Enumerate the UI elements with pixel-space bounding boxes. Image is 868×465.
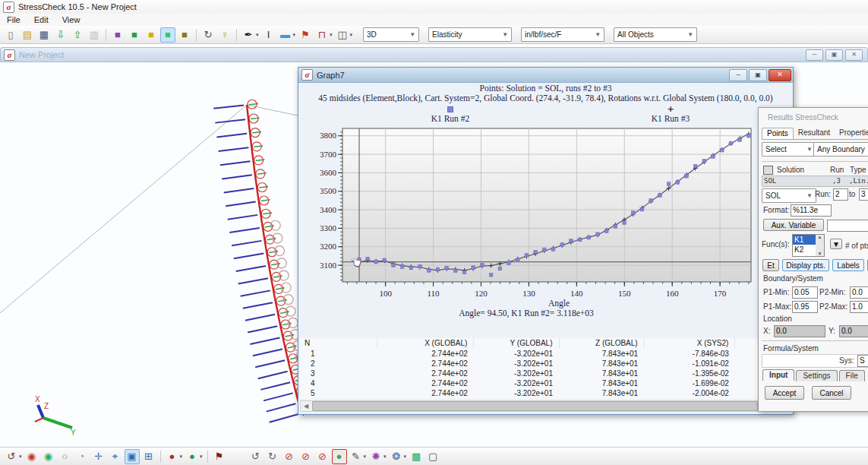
table-row[interactable]: 52.744e+02-3.202e+017.843e+01-2.004e-029…	[300, 388, 791, 398]
accept-button[interactable]: Accept	[765, 386, 804, 400]
grid-toggle-icon[interactable]: ▩	[409, 449, 424, 464]
function-list[interactable]: K1K2	[792, 234, 816, 257]
zoom-fit-icon[interactable]: ⊞	[141, 449, 156, 464]
chevron-down-icon[interactable]: ▾	[350, 32, 353, 38]
solution-combo[interactable]: SOL▼	[762, 188, 816, 203]
reference-combo[interactable]: 3D▼	[363, 27, 419, 42]
run-to-field[interactable]: 3	[859, 188, 868, 201]
chevron-down-icon[interactable]: ▾	[200, 454, 203, 460]
restore-button[interactable]: ▣	[825, 49, 843, 61]
orbit-right-icon[interactable]: ↻	[265, 449, 280, 464]
fill-color-red-icon[interactable]: ●	[165, 449, 180, 464]
chevron-down-icon[interactable]: ▾	[404, 454, 407, 460]
menu-file[interactable]: File	[0, 15, 27, 24]
table-row[interactable]: 12.744e+02-3.202e+017.843e+01-7.846e-039…	[300, 349, 791, 359]
rotate-z-icon[interactable]: ◔	[74, 449, 90, 464]
minimize-button[interactable]: ─	[806, 49, 823, 61]
flag-tool-icon[interactable]: ⚑	[298, 27, 313, 43]
location-y-field[interactable]: 0.0	[839, 325, 868, 337]
material-module-icon[interactable]: ■	[144, 27, 159, 43]
chevron-down-icon[interactable]: ▾	[383, 454, 387, 460]
zoom-window-icon[interactable]: ▣	[125, 449, 140, 464]
geometry-module-icon[interactable]: ■	[110, 27, 125, 43]
scrollbar-thumb[interactable]	[312, 401, 758, 411]
k1-vs-angle-chart[interactable]: 3100320033003400350036003700380010011012…	[298, 125, 793, 308]
open-icon[interactable]: ▤	[20, 27, 35, 43]
tab-resultant[interactable]: Resultant	[794, 128, 835, 139]
orbit-left-icon[interactable]: ↺	[248, 449, 264, 464]
close-button[interactable]: ✕	[845, 49, 863, 61]
sys-field[interactable]: S	[857, 355, 868, 367]
table-row[interactable]: 42.744e+02-3.202e+017.843e+01-1.699e-029…	[300, 378, 791, 388]
fill-color-green-icon[interactable]: ●	[185, 449, 200, 464]
camera-tool-icon[interactable]: ◫	[335, 27, 350, 43]
p2min-field[interactable]: 0.0	[850, 286, 868, 299]
replay-icon[interactable]: ↻	[200, 27, 216, 43]
p2max-field[interactable]: 1.0	[850, 301, 868, 313]
menu-edit[interactable]: Edit	[27, 15, 55, 24]
menu-view[interactable]: View	[55, 15, 87, 24]
rotate-x-icon[interactable]: ◉	[24, 449, 39, 464]
scroll-left-icon[interactable]: ◀	[301, 403, 311, 410]
chevron-down-icon[interactable]: ▾	[256, 32, 259, 38]
tab-settings[interactable]: Settings	[796, 370, 837, 381]
run-from-field[interactable]: 2	[833, 188, 848, 201]
beam-tool-icon[interactable]: I	[261, 27, 276, 43]
function-option-k1[interactable]: K1	[793, 235, 816, 245]
et-button[interactable]: Et	[762, 259, 779, 271]
table-row[interactable]: 22.744e+02-3.202e+017.843e+01-1.091e-029…	[300, 359, 791, 369]
p1max-field[interactable]: 0.95	[792, 301, 818, 313]
rotate-free-icon[interactable]: ○	[58, 449, 73, 464]
func-dropdown-button[interactable]: ▼	[830, 239, 842, 249]
print-icon[interactable]: ▥	[87, 27, 102, 43]
select-combo[interactable]: Select▼	[762, 142, 816, 157]
display-options-icon[interactable]: ✺	[368, 449, 383, 464]
clip-plane-3-icon[interactable]: ⊘	[315, 449, 330, 464]
extrude-tool-icon[interactable]: ▬	[278, 27, 293, 43]
p1min-field[interactable]: 0.05	[792, 286, 818, 299]
zoom-cursor-icon[interactable]: ⌖	[108, 449, 123, 464]
theory-combo[interactable]: Elasticity▼	[428, 27, 512, 42]
tab-file[interactable]: File	[839, 370, 865, 381]
chevron-down-icon[interactable]: ▾	[330, 32, 333, 38]
tab-properties[interactable]: Properties	[835, 128, 868, 139]
export-model-icon[interactable]: ⇧	[70, 27, 85, 43]
objects-combo[interactable]: All Objects▼	[614, 27, 697, 42]
pen-tool-icon[interactable]: ✒	[241, 27, 256, 43]
key-icon[interactable]: ♀	[217, 27, 232, 43]
frame-toggle-icon[interactable]: ▢	[425, 449, 440, 464]
solution-list-row[interactable]: SOL ,3 ,Lin. ,	[762, 176, 868, 187]
units-combo[interactable]: in/lbf/sec/F▼	[521, 27, 604, 42]
boundary-combo[interactable]: Any Boundary▼	[813, 142, 868, 157]
table-hscrollbar[interactable]: ◀ ▶	[300, 400, 791, 412]
solve-module-icon[interactable]: ■	[160, 27, 175, 43]
table-row[interactable]: 32.744e+02-3.202e+017.843e+01-1.395e-029…	[300, 369, 791, 378]
display-pts-button[interactable]: Display pts.	[782, 259, 829, 271]
labels-button[interactable]: Labels	[832, 259, 864, 271]
aux-variable-button[interactable]: Aux. Variable	[763, 219, 824, 231]
function-list-scrollbar[interactable]: ▲▼	[816, 234, 825, 257]
clip-plane-2-icon[interactable]: ⊘	[298, 449, 314, 464]
view-undo-icon[interactable]: ↺	[4, 449, 19, 464]
rotate-y-icon[interactable]: ◉	[41, 449, 56, 464]
graph-window-titlebar[interactable]: σ Graph7 ─ ▣ ✕	[298, 68, 793, 83]
new-icon[interactable]: ▯	[3, 27, 18, 43]
chevron-down-icon[interactable]: ▾	[19, 454, 22, 460]
save-icon[interactable]: ▦	[36, 27, 52, 43]
support-tool-icon[interactable]: ⊓	[314, 27, 330, 43]
graph-minimize-button[interactable]: ─	[729, 69, 747, 81]
format-field[interactable]: %11.3e	[791, 204, 832, 217]
render-options-icon[interactable]: ❂	[389, 449, 404, 464]
annotate-icon[interactable]: ✎	[349, 449, 364, 464]
aux-variable-field[interactable]	[827, 220, 868, 232]
cancel-button[interactable]: Cancel	[812, 386, 851, 400]
tab-input[interactable]: Input	[762, 369, 794, 381]
chevron-down-icon[interactable]: ▾	[364, 454, 367, 460]
chevron-down-icon[interactable]: ▾	[180, 454, 183, 460]
location-x-field[interactable]: 0.0	[774, 325, 825, 337]
graph-restore-button[interactable]: ▣	[749, 69, 767, 81]
results-module-icon[interactable]: ■	[177, 27, 192, 43]
flag-view-icon[interactable]: ⚑	[212, 449, 227, 464]
record-icon[interactable]: ●	[332, 449, 347, 464]
import-model-icon[interactable]: ⇩	[53, 27, 68, 43]
